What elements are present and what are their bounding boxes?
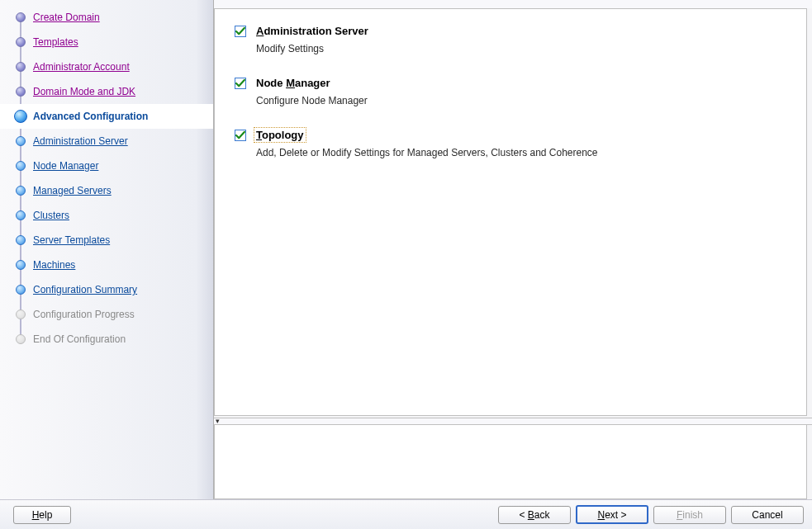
option-administration-server-title: Administration Server <box>254 24 370 38</box>
sidebar-item-label: Clusters <box>33 210 69 221</box>
sidebar-item-label: Templates <box>33 36 78 48</box>
wizard-step-list: Create DomainTemplatesAdministrator Acco… <box>0 5 213 352</box>
option-topology-title: Topology <box>254 128 306 142</box>
sidebar-item-label: Node Manager <box>33 160 98 172</box>
wizard-step-bullet-icon <box>16 334 26 344</box>
sidebar-item-machines[interactable]: Machines <box>0 253 213 277</box>
wizard-step-bullet-icon <box>16 12 26 22</box>
sidebar-item-advanced-configuration[interactable]: Advanced Configuration <box>0 104 213 129</box>
sidebar-item-administrator-account[interactable]: Administrator Account <box>0 54 213 79</box>
sidebar-item-label: Advanced Configuration <box>33 111 148 122</box>
content-top-spacer <box>214 0 812 8</box>
wizard-step-bullet-icon <box>16 37 26 47</box>
sidebar-item-managed-servers[interactable]: Managed Servers <box>0 178 213 203</box>
content-area: Administration Server Modify Settings No… <box>213 0 812 499</box>
sidebar-item-create-domain[interactable]: Create Domain <box>0 5 213 30</box>
sidebar-item-label: Configuration Progress <box>33 309 135 320</box>
main-container: Create DomainTemplatesAdministrator Acco… <box>0 0 812 499</box>
splitter-arrow-icon: ▾ <box>216 418 220 424</box>
wizard-step-bullet-icon <box>16 210 26 220</box>
option-administration-server: Administration Server Modify Settings <box>235 24 786 54</box>
checkmark-icon <box>235 78 245 88</box>
option-node-manager-title: Node Manager <box>254 76 332 90</box>
help-button[interactable]: Help <box>13 506 71 524</box>
option-node-manager-desc: Configure Node Manager <box>256 95 786 106</box>
option-administration-server-head[interactable]: Administration Server <box>235 24 786 38</box>
next-button[interactable]: Next > <box>576 505 648 524</box>
option-topology: Topology Add, Delete or Modify Settings … <box>235 128 786 158</box>
checkbox-topology[interactable] <box>235 130 246 141</box>
sidebar-item-label: Managed Servers <box>33 185 112 196</box>
checkmark-icon <box>235 26 245 36</box>
sidebar-item-domain-mode-and-jdk[interactable]: Domain Mode and JDK <box>0 79 213 104</box>
sidebar-item-administration-server[interactable]: Administration Server <box>0 129 213 154</box>
sidebar-item-end-of-configuration: End Of Configuration <box>0 327 213 352</box>
cancel-button[interactable]: Cancel <box>731 506 804 524</box>
sidebar-item-label: Configuration Summary <box>33 284 137 295</box>
option-topology-desc: Add, Delete or Modify Settings for Manag… <box>256 147 786 158</box>
message-panel <box>214 425 807 499</box>
wizard-sidebar: Create DomainTemplatesAdministrator Acco… <box>0 0 213 499</box>
sidebar-item-node-manager[interactable]: Node Manager <box>0 154 213 178</box>
wizard-step-bullet-icon <box>16 62 26 72</box>
checkbox-node-manager[interactable] <box>235 78 246 89</box>
sidebar-item-label: Administrator Account <box>33 61 130 73</box>
sidebar-item-label: Machines <box>33 259 75 271</box>
advanced-configuration-panel: Administration Server Modify Settings No… <box>214 8 807 416</box>
option-administration-server-desc: Modify Settings <box>256 43 786 54</box>
wizard-step-bullet-icon <box>16 235 26 245</box>
wizard-step-bullet-icon <box>16 309 26 319</box>
finish-button: Finish <box>653 506 726 524</box>
wizard-step-bullet-icon <box>16 87 26 97</box>
sidebar-item-label: Create Domain <box>33 12 100 23</box>
option-node-manager: Node Manager Configure Node Manager <box>235 76 786 106</box>
checkbox-administration-server[interactable] <box>235 26 246 37</box>
wizard-step-bullet-icon <box>16 285 26 295</box>
wizard-step-bullet-icon <box>16 136 26 146</box>
option-node-manager-head[interactable]: Node Manager <box>235 76 786 90</box>
sidebar-item-templates[interactable]: Templates <box>0 30 213 54</box>
sidebar-item-label: Server Templates <box>33 234 110 246</box>
back-button[interactable]: < Back <box>498 506 571 524</box>
pane-splitter[interactable]: ▾ <box>214 418 812 425</box>
sidebar-item-server-templates[interactable]: Server Templates <box>0 228 213 253</box>
wizard-step-bullet-icon <box>16 260 26 270</box>
wizard-step-bullet-icon <box>16 186 26 196</box>
sidebar-item-configuration-progress: Configuration Progress <box>0 302 213 327</box>
wizard-button-bar: Help < Back Next > Finish Cancel <box>0 499 812 529</box>
wizard-step-bullet-icon <box>14 110 27 123</box>
option-topology-head[interactable]: Topology <box>235 128 786 142</box>
sidebar-item-label: Administration Server <box>33 135 128 147</box>
checkmark-icon <box>235 130 245 140</box>
sidebar-item-label: End Of Configuration <box>33 333 126 345</box>
sidebar-item-label: Domain Mode and JDK <box>33 86 135 97</box>
wizard-step-bullet-icon <box>16 161 26 171</box>
sidebar-item-clusters[interactable]: Clusters <box>0 203 213 228</box>
sidebar-item-configuration-summary[interactable]: Configuration Summary <box>0 277 213 302</box>
